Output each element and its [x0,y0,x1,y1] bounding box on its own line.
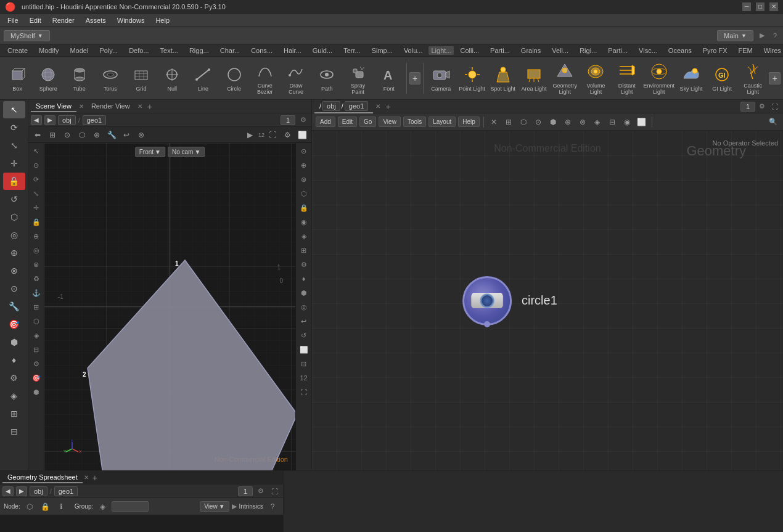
sidebar-select-tool[interactable]: ↖ [3,101,25,118]
shelf-tab-defo[interactable]: Defo... [124,46,154,55]
tool-sphere[interactable]: Sphere [33,59,63,98]
rt-icon-1[interactable]: ✕ [488,116,500,128]
scene-rtool-18[interactable]: ⛶ [297,385,311,399]
sv-icon-4[interactable]: ⬡ [75,129,89,141]
scene-rtool-1[interactable]: ⊙ [297,144,311,158]
shelf-tab-vell[interactable]: Vell... [547,46,573,55]
node-icon-btn[interactable]: ⬡ [23,501,36,513]
sv-icon-right[interactable]: ▶ [244,129,257,141]
maximize-button[interactable]: □ [756,2,765,11]
right-expand-icon[interactable]: ⛶ [769,102,781,112]
tool-distant-light[interactable]: Distant Light [612,59,642,98]
right-viewport[interactable]: Non-Commercial Edition Geometry No Opera… [312,131,783,470]
shelf-tab-char[interactable]: Char... [215,46,245,55]
title-bar-controls[interactable]: ─ □ ✕ [742,2,778,11]
shelf-tab-model[interactable]: Model [65,46,93,55]
scene-rtool-2[interactable]: ⊕ [297,158,311,172]
geom-expand-icon[interactable]: ⛶ [269,486,281,496]
scene-rtool-11[interactable]: ⬢ [297,286,311,300]
scene-ltool-12[interactable]: ⊞ [30,300,43,314]
scene-viewport[interactable]: 1 2 3 4 Front ▼ No cam ▼ [44,143,295,470]
tool-path[interactable]: Path [312,59,342,98]
tool-circle[interactable]: Circle [219,59,249,98]
tab-node-editor[interactable]: / obj / geo1 [314,100,373,113]
scene-rtool-10[interactable]: ♦ [297,272,311,285]
geom-path-obj[interactable]: obj [30,486,47,496]
tool-environment-light[interactable]: Environment Light [643,59,675,98]
menu-render[interactable]: Render [47,15,80,25]
add-panel-tab[interactable]: + [145,102,155,112]
menu-file[interactable]: File [2,15,23,25]
sidebar-tool-13[interactable]: ⬢ [3,334,25,351]
sv-icon-3[interactable]: ⊙ [60,129,74,141]
geom-frame[interactable]: 1 [238,486,253,496]
close-button[interactable]: ✕ [769,2,778,11]
sv-icon-1[interactable]: ⬅ [31,129,44,141]
tool-grid[interactable]: Grid [126,59,156,98]
sv-icon-7[interactable]: ↩ [120,129,133,141]
scene-rtool-9[interactable]: ⚙ [297,258,311,271]
add-geom-tab[interactable]: + [90,473,100,483]
view-mode-button[interactable]: Front ▼ [135,147,165,157]
sidebar-tool-17[interactable]: ⊞ [3,405,25,422]
sidebar-tool-10[interactable]: ⊙ [3,280,25,297]
sidebar-tool-7[interactable]: ◎ [3,226,25,243]
shelf-tab-visc[interactable]: Visc... [634,46,662,55]
scene-rtool-3[interactable]: ⊗ [297,173,311,186]
geom-path-geo[interactable]: geo1 [54,486,78,496]
rt-tools-btn[interactable]: Tools [403,117,426,127]
sv-icon-8[interactable]: ⊗ [134,129,148,141]
scene-settings-icon[interactable]: ⚙ [298,115,309,125]
tool-spot-light[interactable]: Spot Light [488,59,518,98]
scene-ltool-13[interactable]: ⬡ [30,314,43,328]
sidebar-transform-tool[interactable]: ✛ [3,155,25,172]
tool-draw-curve[interactable]: Draw Curve [281,59,311,98]
right-path-obj[interactable]: obj [322,101,340,111]
intrinsics-help[interactable]: ? [266,501,279,513]
rt-icon-3[interactable]: ⬡ [517,116,530,128]
scene-fwd-btn[interactable]: ▶ [44,115,55,125]
tool-gi-light[interactable]: GI GI Light [707,59,737,98]
shelf-tab-rigg[interactable]: Rigg... [184,46,214,55]
shelf-tab-rigi[interactable]: Rigi... [575,46,602,55]
scene-ltool-10[interactable]: ♻ [30,272,43,285]
rt-layout-btn[interactable]: Layout [428,117,456,127]
tab-render-view[interactable]: Render View [86,101,135,112]
tool-area-light[interactable]: Area Light [519,59,549,98]
scene-rtool-4[interactable]: ⬡ [297,187,311,200]
scene-view-tab-close[interactable]: ✕ [78,103,85,110]
shelf-tab-fem[interactable]: FEM [734,46,758,55]
rt-go-btn[interactable]: Go [359,117,376,127]
right-settings-icon[interactable]: ⚙ [756,101,768,112]
shelf-tab-light[interactable]: Light... [428,46,454,55]
camera-button[interactable]: No cam ▼ [168,147,205,157]
shelf-tab-oceans[interactable]: Oceans [663,46,697,55]
sidebar-tool-9[interactable]: ⊗ [3,262,25,279]
sidebar-tool-11[interactable]: 🔧 [3,298,25,315]
shelf-tab-cons[interactable]: Cons... [246,46,277,55]
rt-icon-7[interactable]: ⊗ [576,116,589,128]
scene-ltool-8[interactable]: ◎ [30,243,43,257]
rt-icon-6[interactable]: ⊕ [562,116,574,128]
menu-help[interactable]: Help [150,15,174,25]
rt-edit-btn[interactable]: Edit [338,117,357,127]
shelf-tab-colli[interactable]: Colli... [455,46,484,55]
shelf-tab-pyro[interactable]: Pyro FX [698,46,732,55]
sv-settings[interactable]: ⚙ [281,129,294,141]
rt-icon-9[interactable]: ⊟ [606,116,618,128]
sv-icon-5[interactable]: ⊕ [90,129,104,141]
tool-line[interactable]: Line [188,59,218,98]
rt-add-btn[interactable]: Add [316,117,335,127]
scene-back-btn[interactable]: ◀ [31,115,42,125]
node-connect-dot[interactable] [484,321,490,327]
tool-spray-paint[interactable]: Spray Paint [343,59,372,98]
node-info-btn[interactable]: ℹ [55,501,68,513]
tool-caustic-light[interactable]: Caustic Light [738,59,768,98]
shelf-tab-simp[interactable]: Simp... [367,46,398,55]
minimize-button[interactable]: ─ [742,2,751,11]
myshelf-button[interactable]: MyShelf ▼ [4,30,50,41]
scene-ltool-16[interactable]: ⚙ [30,357,43,370]
tool-box[interactable]: Box [2,59,32,98]
rt-icon-2[interactable]: ⊞ [502,116,515,128]
rt-view-btn[interactable]: View [379,117,401,127]
